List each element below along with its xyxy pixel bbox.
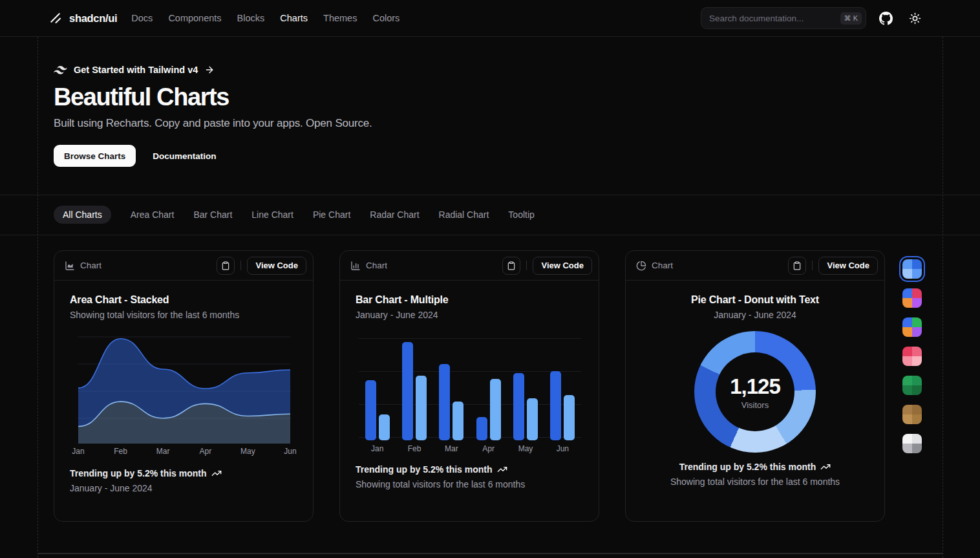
tab-pie-chart[interactable]: Pie Chart <box>313 206 350 224</box>
tab-radar-chart[interactable]: Radar Chart <box>370 206 419 224</box>
card-kind-label: Chart <box>80 261 101 270</box>
copy-code-button[interactable] <box>217 257 235 275</box>
swatch-quadrant <box>902 434 912 444</box>
card-kind: Chart <box>636 261 673 271</box>
nav-link-themes[interactable]: Themes <box>323 13 357 23</box>
bar-mobile-apr <box>490 379 501 440</box>
search-box[interactable]: ⌘ K <box>701 7 866 29</box>
bar-mobile-jan <box>379 414 390 440</box>
swatch-quadrant <box>912 327 922 337</box>
navbar: shadcn/ui Docs Components Blocks Charts … <box>0 0 980 37</box>
swatch-quadrant <box>912 269 922 279</box>
tab-area-chart[interactable]: Area Chart <box>131 206 175 224</box>
card-footer: Trending up by 5.2% this month January -… <box>70 468 297 493</box>
nav-link-docs[interactable]: Docs <box>131 13 153 23</box>
nav-link-components[interactable]: Components <box>168 13 221 23</box>
chart-title: Bar Chart - Multiple <box>356 294 583 306</box>
x-tick-label: Feb <box>114 447 127 456</box>
tab-bar-chart[interactable]: Bar Chart <box>193 206 232 224</box>
card-header: Chart View Code <box>54 251 313 281</box>
donut-total-label: Visitors <box>741 400 769 410</box>
card-body: Area Chart - Stacked Showing total visit… <box>54 281 313 493</box>
x-tick-label: May <box>240 447 255 456</box>
tab-line-chart[interactable]: Line Chart <box>251 206 293 224</box>
theme-swatch-red[interactable] <box>902 347 922 366</box>
card-header: Chart View Code <box>626 251 884 281</box>
x-tick-label: Jan <box>72 447 84 456</box>
x-tick-label: Mar <box>156 447 170 456</box>
theme-toggle-sun-icon[interactable] <box>905 8 924 28</box>
swatch-quadrant <box>902 327 912 337</box>
tailwind-logo-icon <box>54 66 67 74</box>
trend-line: Trending up by 5.2% this month <box>356 464 583 475</box>
tab-tooltip[interactable]: Tooltip <box>508 206 534 224</box>
x-tick-label: May <box>507 444 544 453</box>
shadcn-charts-page: shadcn/ui Docs Components Blocks Charts … <box>0 0 980 558</box>
view-code-button[interactable]: View Code <box>247 257 306 275</box>
view-code-button[interactable]: View Code <box>818 257 878 275</box>
card-tools: View Code <box>502 257 592 275</box>
nav-links: Docs Components Blocks Charts Themes Col… <box>131 13 399 23</box>
bar-mobile-may <box>527 398 538 440</box>
tab-all-charts[interactable]: All Charts <box>54 206 111 224</box>
nav-link-charts[interactable]: Charts <box>280 13 308 23</box>
swatch-quadrant <box>902 376 912 385</box>
card-body: Pie Chart - Donut with Text January - Ju… <box>626 281 884 487</box>
swatch-quadrant <box>912 385 922 395</box>
bottom-divider <box>38 553 943 554</box>
x-tick-label: Jun <box>544 444 581 453</box>
hero-actions: Browse Charts Documentation <box>54 145 519 167</box>
theme-swatch-mono[interactable] <box>902 434 922 453</box>
swatch-quadrant <box>912 414 922 424</box>
copy-code-button[interactable] <box>502 257 520 275</box>
trend-line: Trending up by 5.2% this month <box>70 468 297 478</box>
search-shortcut-badge: ⌘ K <box>840 12 862 25</box>
brand-name: shadcn/ui <box>69 12 117 25</box>
swatch-quadrant <box>902 259 912 269</box>
theme-swatch-mixed-cool[interactable] <box>902 317 922 337</box>
pie-chart-card: Chart View Code Pie Chart - Donut with T… <box>625 250 885 522</box>
left-dashed-border <box>37 37 38 558</box>
browse-charts-button[interactable]: Browse Charts <box>54 145 136 167</box>
chart-title: Area Chart - Stacked <box>70 294 297 306</box>
card-kind-label: Chart <box>652 261 673 270</box>
swatch-quadrant <box>902 405 912 414</box>
theme-swatch-green[interactable] <box>902 376 922 395</box>
trend-text: Trending up by 5.2% this month <box>356 464 493 475</box>
swatch-quadrant <box>912 288 922 298</box>
theme-swatch-blue[interactable] <box>902 259 922 279</box>
x-tick-label: Mar <box>433 444 470 453</box>
swatch-quadrant <box>902 288 912 298</box>
x-tick-label: Jan <box>359 444 396 453</box>
area-chart <box>78 333 291 444</box>
brand-link[interactable]: shadcn/ui <box>49 12 117 25</box>
area-chart-card: Chart View Code Area Chart - Stacked Sho… <box>54 250 314 522</box>
tab-radial-chart[interactable]: Radial Chart <box>439 206 489 224</box>
documentation-button[interactable]: Documentation <box>142 145 226 167</box>
theme-swatch-mixed-warm[interactable] <box>902 288 922 308</box>
chart-bar-icon <box>350 261 361 271</box>
chart-filter-tabs: All Charts Area Chart Bar Chart Line Cha… <box>54 195 535 235</box>
search-input[interactable] <box>709 14 840 23</box>
bar-desktop-jun <box>550 371 561 440</box>
swatch-quadrant <box>912 317 922 327</box>
navbar-right: ⌘ K <box>701 7 924 29</box>
page-title: Beautiful Charts <box>54 83 519 111</box>
swatch-quadrant <box>912 298 922 308</box>
gridline <box>359 404 581 405</box>
swatch-quadrant <box>912 347 922 356</box>
github-icon[interactable] <box>876 8 895 28</box>
theme-swatch-amber[interactable] <box>902 405 922 424</box>
nav-link-colors[interactable]: Colors <box>372 13 399 23</box>
swatch-quadrant <box>912 434 922 444</box>
announcement-banner[interactable]: Get Started with Tailwind v4 <box>54 65 519 75</box>
bar-desktop-mar <box>439 364 450 441</box>
chart-title: Pie Chart - Donut with Text <box>641 294 869 306</box>
gridline <box>359 371 581 372</box>
nav-link-blocks[interactable]: Blocks <box>237 13 265 23</box>
chart-description: January - June 2024 <box>356 310 583 320</box>
view-code-button[interactable]: View Code <box>533 257 592 275</box>
toolbar-separator <box>812 261 813 270</box>
x-tick-label: Apr <box>199 447 211 456</box>
copy-code-button[interactable] <box>788 257 806 275</box>
